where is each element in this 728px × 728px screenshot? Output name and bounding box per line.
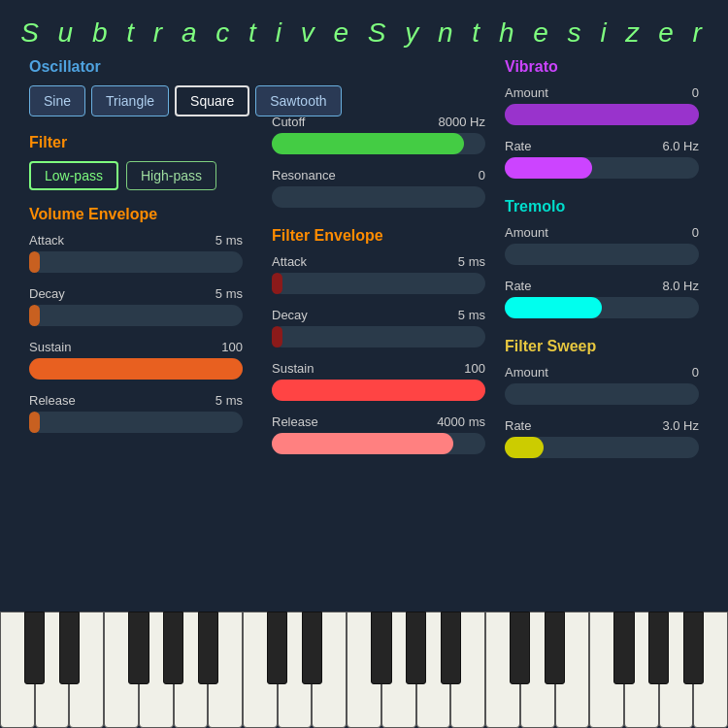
fil-decay-group: Decay 5 ms [272, 308, 485, 347]
middle-panel: Cutoff 8000 Hz Resonance 0 [243, 58, 485, 478]
vib-amount-value: 0 [692, 85, 699, 100]
tremolo-title: Tremolo [505, 198, 699, 215]
filter-sweep-title: Filter Sweep [505, 338, 699, 355]
vol-attack-slider[interactable] [29, 251, 243, 273]
vib-amount-label: Amount [505, 85, 548, 100]
fil-decay-value: 5 ms [458, 308, 485, 322]
vibrato-section: Vibrato Amount 0 Rate 6.0 Hz [505, 58, 699, 179]
vol-release-label: Release [29, 393, 76, 408]
wave-btn-square[interactable]: Square [175, 85, 249, 116]
wave-btn-triangle[interactable]: Triangle [91, 85, 169, 116]
filter-sweep-section: Filter Sweep Amount 0 Rate 3.0 Hz [505, 338, 699, 458]
vib-amount-slider[interactable] [505, 104, 699, 125]
filter-resonance-value: 0 [479, 168, 485, 182]
main-content: Oscillator Sine Triangle Square Sawtooth… [0, 58, 728, 478]
black-key-3[interactable] [128, 612, 149, 684]
fil-attack-group: Attack 5 ms [272, 254, 485, 294]
vol-decay-slider[interactable] [29, 305, 243, 326]
vol-sustain-group: Sustain 100 [29, 340, 243, 380]
filter-cutoff-value: 8000 Hz [439, 115, 485, 129]
left-panel: Oscillator Sine Triangle Square Sawtooth… [29, 58, 243, 478]
vib-rate-label: Rate [505, 139, 531, 153]
fil-sustain-value: 100 [464, 361, 485, 376]
fil-release-label: Release [272, 414, 318, 429]
fil-decay-slider[interactable] [272, 326, 485, 347]
trem-rate-value: 8.0 Hz [662, 279, 699, 293]
filter-envelope-section: Filter Envelope Attack 5 ms Decay 5 ms [272, 227, 485, 454]
black-key-10[interactable] [371, 612, 391, 684]
black-key-15[interactable] [545, 612, 565, 684]
vol-attack-value: 5 ms [215, 233, 243, 248]
filter-cutoff-label: Cutoff [272, 115, 305, 129]
fsweep-amount-group: Amount 0 [505, 365, 699, 405]
synth-container: S u b t r a c t i v e S y n t h e s i z … [0, 0, 728, 728]
trem-rate-slider[interactable] [505, 297, 699, 318]
fil-release-value: 4000 ms [437, 414, 485, 429]
fsweep-rate-value: 3.0 Hz [662, 418, 699, 433]
vibrato-title: Vibrato [505, 58, 699, 76]
vol-decay-value: 5 ms [215, 286, 243, 301]
filter-sliders: Cutoff 8000 Hz Resonance 0 [272, 115, 485, 208]
filter-resonance-label: Resonance [272, 168, 336, 182]
fsweep-amount-slider[interactable] [505, 383, 699, 405]
filter-envelope-title: Filter Envelope [272, 227, 485, 245]
fil-release-group: Release 4000 ms [272, 414, 485, 454]
trem-amount-slider[interactable] [505, 244, 699, 265]
filter-resonance-group: Resonance 0 [272, 168, 485, 208]
filter-cutoff-group: Cutoff 8000 Hz [272, 115, 485, 154]
black-key-0[interactable] [24, 612, 45, 684]
fsweep-amount-value: 0 [692, 365, 699, 380]
vib-rate-value: 6.0 Hz [662, 139, 699, 153]
trem-rate-label: Rate [505, 279, 531, 293]
black-key-1[interactable] [59, 612, 80, 684]
vib-rate-group: Rate 6.0 Hz [505, 139, 699, 179]
filter-btn-lowpass[interactable]: Low-pass [29, 161, 118, 190]
black-key-12[interactable] [441, 612, 461, 684]
vol-decay-label: Decay [29, 286, 65, 301]
black-key-18[interactable] [648, 612, 669, 684]
filter-btn-highpass[interactable]: High-pass [126, 161, 216, 190]
vol-release-group: Release 5 ms [29, 393, 243, 433]
vol-release-value: 5 ms [215, 393, 243, 408]
fil-sustain-group: Sustain 100 [272, 361, 485, 401]
black-key-5[interactable] [198, 612, 218, 684]
black-key-11[interactable] [406, 612, 426, 684]
vol-release-slider[interactable] [29, 412, 243, 433]
filter-type-buttons: Low-pass High-pass [29, 161, 243, 190]
black-key-19[interactable] [683, 612, 704, 684]
vib-rate-slider[interactable] [505, 157, 699, 179]
tremolo-section: Tremolo Amount 0 Rate 8.0 Hz [505, 198, 699, 318]
fil-attack-value: 5 ms [458, 254, 485, 269]
black-key-8[interactable] [302, 612, 322, 684]
volume-envelope-title: Volume Envelope [29, 206, 243, 223]
vib-amount-group: Amount 0 [505, 85, 699, 125]
vol-sustain-label: Sustain [29, 340, 71, 354]
filter-section: Filter Low-pass High-pass [29, 134, 243, 190]
black-key-4[interactable] [163, 612, 183, 684]
vol-attack-group: Attack 5 ms [29, 233, 243, 273]
filter-title: Filter [29, 134, 243, 151]
black-key-14[interactable] [510, 612, 530, 684]
right-panel: Vibrato Amount 0 Rate 6.0 Hz [485, 58, 699, 478]
vol-sustain-value: 100 [221, 340, 243, 354]
synth-title: S u b t r a c t i v e S y n t h e s i z … [0, 0, 728, 58]
filter-resonance-slider[interactable] [272, 186, 485, 208]
black-key-7[interactable] [267, 612, 287, 684]
fil-attack-label: Attack [272, 254, 307, 269]
oscillator-section: Oscillator Sine Triangle Square Sawtooth [29, 58, 243, 116]
fil-sustain-label: Sustain [272, 361, 314, 376]
trem-amount-group: Amount 0 [505, 225, 699, 265]
piano-section [0, 602, 728, 728]
wave-btn-sine[interactable]: Sine [29, 85, 85, 116]
fil-sustain-slider[interactable] [272, 380, 485, 401]
trem-amount-label: Amount [505, 225, 548, 240]
fil-decay-label: Decay [272, 308, 308, 322]
filter-cutoff-slider[interactable] [272, 133, 485, 154]
fil-attack-slider[interactable] [272, 273, 485, 294]
fsweep-rate-slider[interactable] [505, 437, 699, 458]
vol-attack-label: Attack [29, 233, 64, 248]
oscillator-title: Oscillator [29, 58, 243, 76]
black-key-17[interactable] [613, 612, 634, 684]
vol-sustain-slider[interactable] [29, 358, 243, 380]
fil-release-slider[interactable] [272, 433, 485, 454]
